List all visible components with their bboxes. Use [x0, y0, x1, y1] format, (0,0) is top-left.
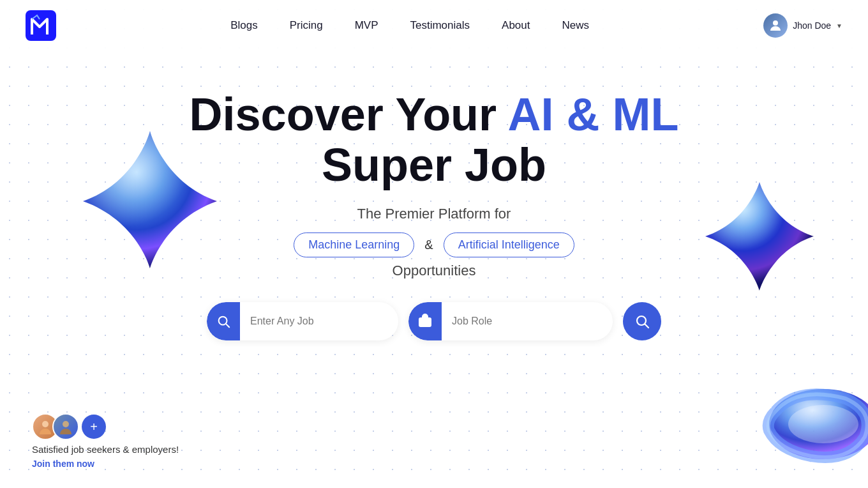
role-search-input[interactable] — [442, 316, 613, 327]
username-label: Jhon Doe — [793, 20, 831, 31]
nav-testimonials[interactable]: Testimonials — [410, 19, 470, 31]
decorative-star-right — [702, 179, 817, 294]
social-proof: + Satisfied job seekers & employers! Joi… — [32, 413, 179, 469]
svg-point-8 — [42, 421, 49, 427]
join-link[interactable]: Join them now — [32, 459, 179, 469]
nav-mvp[interactable]: MVP — [355, 19, 378, 31]
nav-links: Blogs Pricing MVP Testimonials About New… — [230, 19, 589, 32]
role-search-icon[interactable] — [408, 302, 442, 340]
job-search-input[interactable] — [240, 316, 398, 327]
avatar-plus-icon: + — [82, 415, 106, 439]
job-search-icon[interactable] — [207, 302, 240, 340]
svg-line-3 — [226, 324, 229, 328]
nav-about[interactable]: About — [502, 19, 530, 31]
nav-news[interactable]: News — [562, 19, 589, 31]
svg-line-7 — [645, 324, 649, 328]
nav-blogs[interactable]: Blogs — [230, 19, 258, 31]
avatar — [763, 13, 788, 38]
user-menu[interactable]: Jhon Doe ▼ — [763, 13, 842, 38]
avatar-person-2 — [52, 413, 79, 440]
social-proof-text: Satisfied job seekers & employers! — [32, 444, 179, 455]
svg-point-9 — [63, 421, 69, 427]
tag-artificial-intelligence: Artificial Intelligence — [444, 233, 574, 257]
tag-separator: & — [424, 238, 433, 252]
role-search-box — [408, 302, 613, 340]
nav-pricing[interactable]: Pricing — [290, 19, 323, 31]
svg-point-5 — [424, 321, 426, 323]
search-submit-button[interactable] — [623, 302, 661, 340]
svg-point-1 — [773, 20, 778, 26]
decorative-star-left — [77, 128, 223, 275]
job-search-box — [207, 302, 398, 340]
avatar-row: + — [32, 413, 179, 440]
tag-machine-learning: Machine Learning — [294, 233, 414, 257]
dropdown-arrow-icon: ▼ — [836, 22, 842, 29]
logo[interactable] — [26, 10, 56, 41]
navbar: Blogs Pricing MVP Testimonials About New… — [0, 0, 868, 51]
search-area — [13, 302, 855, 340]
